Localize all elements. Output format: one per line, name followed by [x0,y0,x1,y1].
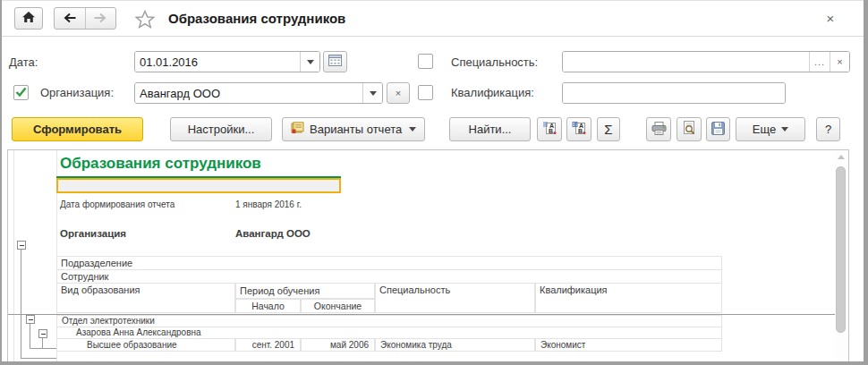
date-dropdown-button[interactable] [300,52,319,72]
close-icon: × [827,11,835,26]
margin-divider [13,150,14,361]
qualification-input[interactable] [563,83,785,103]
back-arrow-icon [63,11,77,27]
generate-button[interactable]: Сформировать [12,117,143,141]
window-border-right [864,0,868,365]
cell-qualification: Экономист [535,338,722,352]
organization-clear-button[interactable]: × [387,82,410,104]
collapse-group-button-department[interactable] [26,315,35,324]
col-period-group: Период обучения Начало Окончание [235,283,375,313]
col-period: Период обучения [235,283,375,299]
report-variant-icon [291,122,304,137]
group-tree-line [21,358,56,359]
collapse-group-button-org[interactable] [17,241,26,250]
report-org-value: Авангард ООО [235,228,311,239]
subdivision-header-cell: Подразделение [56,256,722,270]
cell-specialty: Экономика труда [375,338,535,352]
favorites-star-icon[interactable] [135,10,157,30]
expand-groups-button[interactable]: AB [537,117,562,141]
report-variants-button[interactable]: Варианты отчета [282,117,425,141]
report-viewport: Образования сотрудников Дата формировани… [7,149,849,362]
generate-button-label: Сформировать [33,123,122,136]
history-nav-group [54,7,116,30]
scroll-up-arrow-icon[interactable] [838,155,845,159]
ellipsis-icon: ... [814,56,825,67]
specialty-select-button[interactable]: ... [809,52,830,72]
print-button[interactable] [646,117,671,141]
clear-x-icon: × [837,56,842,67]
generated-date-value: 1 января 2016 г. [235,199,302,209]
forward-arrow-icon [93,11,107,27]
forward-button[interactable] [86,8,116,29]
back-button[interactable] [55,8,86,29]
group-tree-line [30,348,56,349]
report-variants-label: Варианты отчета [310,123,402,136]
printer-icon [651,122,667,138]
cell-education: Высшее образование [56,338,235,352]
window-border-top [0,0,868,1]
preview-button[interactable] [677,117,702,141]
clear-x-icon: × [396,88,401,98]
find-button[interactable]: Найти... [449,117,531,141]
help-button[interactable]: ? [816,117,840,141]
calendar-icon [328,55,342,69]
group-department-cell: Отдел электротехники [56,315,722,327]
minus-icon [20,245,24,246]
qualification-input-group [562,82,786,104]
collapse-groups-icon: AB [572,121,587,138]
home-button[interactable] [14,7,43,30]
specialty-label: Специальность: [451,55,538,69]
minus-icon [41,334,46,335]
qualification-checkbox[interactable] [418,85,433,100]
specialty-checkbox[interactable] [418,54,433,69]
window-border-left [0,0,2,365]
collapse-group-button-person[interactable] [38,329,47,338]
more-button[interactable]: Еще [736,117,805,141]
organization-input-group [134,82,383,104]
minus-icon [29,319,33,320]
close-button[interactable]: × [821,9,839,27]
specialty-clear-button[interactable]: × [830,52,849,72]
cell-start: сент. 2001 [235,338,301,352]
date-input[interactable] [135,52,300,72]
specialty-input[interactable] [563,52,809,72]
preview-icon [682,121,696,138]
settings-button[interactable]: Настройки... [170,117,272,141]
svg-text:B: B [578,128,583,134]
organization-input[interactable] [135,83,362,103]
qualification-label: Квалификация: [451,86,534,99]
table-row: Сотрудник [56,269,722,284]
group-tree-line [30,324,30,348]
selected-cell[interactable] [56,178,341,193]
window-border-bottom [0,361,868,365]
chevron-down-icon [370,91,377,96]
scrollbar-thumb[interactable] [836,166,846,333]
group-person-cell: Азарова Анна Александровна [56,327,722,339]
organization-dropdown-button[interactable] [362,83,382,103]
table-row: Подразделение [56,256,722,270]
header-separator [2,36,864,37]
home-icon [21,11,36,26]
col-end: Окончание [301,299,375,313]
totals-sigma-button[interactable]: Σ [597,117,620,141]
date-label: Дата: [9,55,38,69]
specialty-input-group: ... × [562,51,850,72]
vertical-scrollbar[interactable] [835,151,847,361]
date-input-group [134,51,320,72]
date-calendar-button[interactable] [323,51,347,72]
help-button-label: ? [825,123,831,136]
save-button[interactable] [706,117,730,141]
report-window: Образования сотрудников × Дата: Специаль… [0,0,868,365]
checkmark-icon [15,85,27,101]
col-education: Вид образования [56,283,235,313]
data-row: Высшее образование сент. 2001 май 2006 Э… [56,338,722,352]
report-title: Образования сотрудников [60,155,261,173]
collapse-groups-button[interactable]: AB [566,117,591,141]
chevron-down-icon [409,127,416,132]
col-specialty: Специальность [375,283,535,313]
organization-checkbox[interactable] [13,85,29,100]
report-org-label: Организация [60,228,126,239]
group-row-person: Азарова Анна Александровна [56,327,722,339]
employee-header-cell: Сотрудник [56,269,722,284]
save-floppy-icon [711,122,725,138]
